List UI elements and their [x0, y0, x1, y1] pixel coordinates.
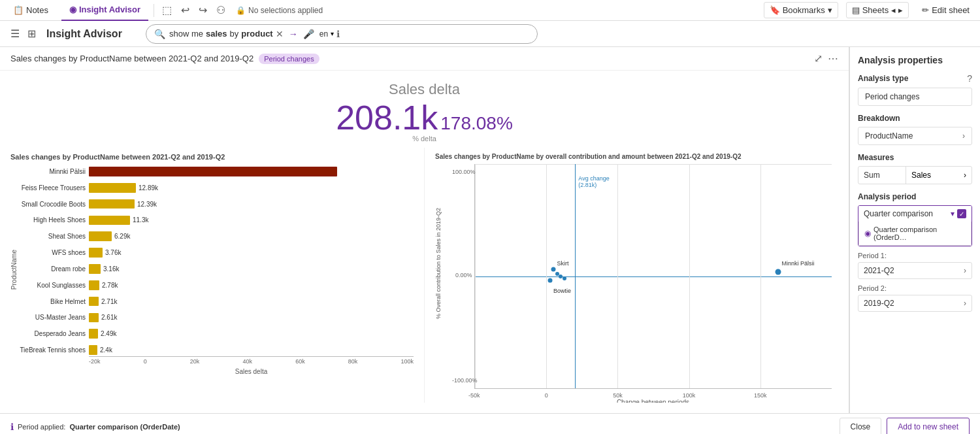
search-submit-icon[interactable]: → [286, 29, 301, 39]
analysis-type-help[interactable]: ? [967, 73, 972, 84]
left-panel-toggle[interactable]: ☰ [8, 25, 22, 42]
y-tick-mid: 0.00% [455, 272, 472, 278]
chart-header-title: Sales changes by ProductName between 202… [10, 54, 253, 63]
x-tick-2: 0 [144, 358, 147, 365]
scatter-plot-area: Avg change(2.81k) 100.00% 0.00% -100.00%… [474, 164, 832, 389]
bar-chart-container: ProductName Minnki PälsiiFeiss Fleece Tr… [10, 165, 414, 376]
x-tick-s3: 50k [613, 392, 623, 399]
list-item: Sheat Shoes6.29k [89, 229, 414, 243]
period-dropdown-value: Quarter comparison [864, 209, 933, 218]
scatter-label-skirt: Skirt [557, 260, 569, 267]
period2-value-row[interactable]: 2019-Q2 › [858, 295, 972, 312]
tab-insight-advisor[interactable]: ◉ Insight Advisor [61, 0, 148, 21]
bookmarks-chevron-icon: ▾ [828, 5, 832, 15]
bar-fill [89, 297, 99, 307]
panel-toggles: ☰ ⊞ [8, 25, 39, 42]
sheets-icon: ▤ [852, 5, 860, 15]
chart-title-area: Sales changes by ProductName between 202… [10, 54, 319, 64]
measure-agg[interactable]: Sum [858, 167, 906, 184]
period2-arrow: › [964, 299, 966, 308]
delta-section: Sales delta 208.1k 178.08% % delta [0, 71, 849, 148]
x-tick-3: 20k [190, 358, 200, 365]
no-selections: 🔒 No selections applied [236, 6, 323, 15]
search-clear-icon[interactable]: ✕ [273, 29, 286, 39]
sheets-button[interactable]: ▤ Sheets ◂ ▸ [846, 2, 909, 18]
sheets-next-icon: ▸ [898, 5, 903, 15]
delta-sub-label: % delta [412, 135, 436, 142]
breakdown-label: Breakdown [858, 114, 972, 123]
lock-icon[interactable]: ⚇ [214, 3, 228, 18]
period1-arrow: › [964, 266, 966, 275]
scatter-label-minnki: Minnki Pälsii [782, 260, 815, 267]
period-applied-value: Quarter comparison (OrderDate) [69, 423, 180, 431]
bookmarks-button[interactable]: 🔖 Bookmarks ▾ [764, 2, 838, 18]
period-dropdown-chevron: ▾ [951, 209, 955, 218]
language-selector[interactable]: en [317, 29, 331, 39]
period1-label: Period 1: [858, 252, 972, 259]
edit-sheet-button[interactable]: ✏ Edit sheet [917, 3, 975, 18]
period2-section: Period 2: 2019-Q2 › [858, 284, 972, 312]
panel-title: Analysis properties [858, 55, 972, 65]
search-product: product [241, 29, 272, 39]
insight-icon: ◉ [69, 5, 76, 14]
bar-x-label: Sales delta [89, 368, 414, 375]
help-icon[interactable]: ℹ [334, 29, 342, 39]
bottom-actions: Close Add to new sheet [840, 418, 970, 435]
bar-fill [89, 231, 112, 241]
x-tick-s5: 150k [754, 392, 767, 399]
analysis-type-item[interactable]: Period changes [858, 88, 972, 106]
bar-value: 12.39k [137, 201, 157, 208]
grid-h-top [475, 164, 832, 165]
avg-line-v [575, 164, 576, 388]
grid-v-0 [475, 164, 476, 388]
grid-v-2 [617, 164, 618, 388]
bar-label: High Heels Shoes [7, 216, 86, 224]
measure-field[interactable]: Sales › [906, 167, 972, 184]
scatter-chart-title: Sales changes by ProductName by overall … [435, 153, 838, 160]
tab-insight-label: Insight Advisor [79, 5, 140, 14]
top-bar: 📋 Notes ◉ Insight Advisor ⬚ ↩ ↪ ⚇ 🔒 No s… [0, 0, 980, 21]
add-to-sheet-button[interactable]: Add to new sheet [887, 418, 970, 435]
more-options-icon[interactable]: ⋯ [828, 52, 838, 65]
bar-fill [89, 264, 101, 274]
list-item: Minnki Pälsii [89, 165, 414, 178]
main-content: Sales changes by ProductName between 202… [0, 47, 980, 413]
checkbox-check-icon: ✓ [959, 210, 964, 218]
close-button[interactable]: Close [840, 418, 882, 435]
delta-main-value: 208.1k [336, 98, 438, 137]
bar-value: 11.3k [133, 216, 148, 224]
bar-fill [89, 167, 337, 176]
redo-icon[interactable]: ↪ [196, 3, 210, 18]
period-applied-label: Period applied: [18, 423, 65, 431]
breakdown-arrow-icon: › [962, 131, 965, 141]
top-bar-right: 🔖 Bookmarks ▾ ▤ Sheets ◂ ▸ ✏ Edit sheet [764, 2, 975, 18]
list-item: US-Master Jeans2.61k [89, 310, 414, 324]
scatter-dot-minnki [776, 269, 781, 275]
search-bar: 🔍 show me sales by product ✕ → 🎤 en ▾ ℹ [146, 24, 538, 44]
list-item: Desperado Jeans2.49k [89, 327, 414, 341]
microphone-icon[interactable]: 🎤 [301, 29, 317, 39]
search-icon: 🔍 [154, 29, 165, 39]
period-dropdown-active[interactable]: Quarter comparison ▾ ✓ ◉ Quarter compari… [858, 205, 972, 246]
period-dropdown-option[interactable]: ◉ Quarter comparison (OrderD… [858, 222, 972, 246]
list-item: Bike Helmet2.71k [89, 295, 414, 309]
period1-value-row[interactable]: 2021-Q2 › [858, 262, 972, 279]
period-dropdown-header[interactable]: Quarter comparison ▾ ✓ [858, 206, 972, 222]
bar-label: Minnki Pälsii [7, 168, 86, 175]
search-toolbar-icon[interactable]: ⬚ [159, 3, 174, 18]
delta-values: 208.1k 178.08% [336, 98, 513, 137]
period-option-icon: ◉ [864, 229, 871, 238]
grid-toggle[interactable]: ⊞ [25, 25, 39, 42]
bar-label: WFS shoes [7, 249, 86, 256]
bar-label: Sheat Shoes [7, 233, 86, 240]
breakdown-item[interactable]: ProductName › [858, 127, 972, 145]
undo-icon[interactable]: ↩ [178, 3, 192, 18]
list-item: WFS shoes3.76k [89, 246, 414, 259]
tab-notes[interactable]: 📋 Notes [5, 0, 56, 21]
x-tick-6: 80k [348, 358, 358, 365]
x-tick-5: 60k [295, 358, 305, 365]
expand-icon[interactable]: ⤢ [814, 52, 823, 65]
period-checkbox[interactable]: ✓ [957, 209, 966, 218]
avg-change-label: Avg change(2.81k) [578, 175, 609, 188]
scatter-label-bowtie: Bowtie [553, 288, 571, 294]
